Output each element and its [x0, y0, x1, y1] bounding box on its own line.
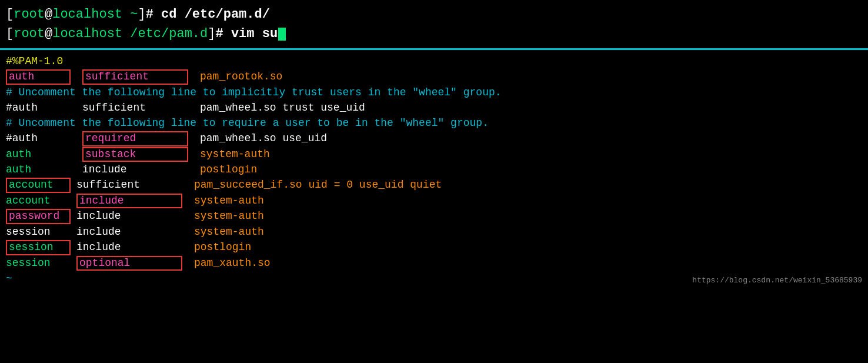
- keyword-substack: substack: [82, 147, 188, 162]
- vim-line-header: #%PAM-1.0: [6, 54, 862, 69]
- keyword-auth-3: auth: [6, 162, 71, 177]
- keyword-optional: optional: [76, 256, 182, 271]
- keyword-auth-1: auth: [6, 69, 71, 85]
- keyword-include-1: include: [82, 162, 188, 177]
- module-5: postlogin: [200, 162, 257, 177]
- keyword-sufficient-1: sufficient: [82, 69, 188, 85]
- bracket-close-2: ]: [208, 24, 215, 44]
- vim-line-comment-1: # Uncomment the following line to implic…: [6, 85, 862, 100]
- module-8: system-auth: [194, 208, 264, 224]
- terminal-line-2: [root@localhost /etc/pam.d] # vim su: [6, 24, 862, 44]
- module-11: pam_xauth.so: [194, 255, 271, 271]
- bracket-open-1: [: [6, 5, 14, 24]
- keyword-account-1: account: [6, 178, 71, 193]
- keyword-session-3: session: [6, 255, 71, 271]
- module-3: pam_wheel.so use_uid: [200, 131, 327, 146]
- vim-line-5: #auth required pam_wheel.so use_uid: [6, 131, 862, 146]
- top-terminal: [root@localhost ~] # cd /etc/pam.d/ [roo…: [0, 0, 868, 50]
- module-9: system-auth: [194, 224, 264, 239]
- comment-2: # Uncomment the following line to requir…: [6, 115, 489, 131]
- vim-line-13: session optional pam_xauth.so: [6, 255, 862, 271]
- cmd-2: # vim su: [215, 24, 278, 44]
- vim-editor: #%PAM-1.0 auth sufficient pam_rootok.so …: [0, 50, 868, 288]
- bracket-close-1: ]: [138, 5, 145, 24]
- keyword-required: required: [82, 131, 188, 146]
- vim-line-3: #auth sufficient pam_wheel.so trust use_…: [6, 100, 862, 115]
- prompt-user-1: root: [14, 5, 45, 24]
- keyword-include-5: include: [76, 239, 182, 255]
- prompt-host-1: localhost: [52, 5, 122, 24]
- vim-line-10: password include system-auth: [6, 208, 862, 224]
- tilde: ~: [6, 271, 12, 286]
- terminal-cursor: [278, 28, 286, 41]
- terminal-line-1: [root@localhost ~] # cd /etc/pam.d/: [6, 5, 862, 24]
- vim-line-8: account sufficient pam_succeed_if.so uid…: [6, 177, 862, 193]
- keyword-sufficient-2: sufficient: [82, 100, 188, 115]
- vim-line-7: auth include postlogin: [6, 162, 862, 177]
- keyword-session-2: session: [6, 240, 71, 255]
- comment-1: # Uncomment the following line to implic…: [6, 85, 502, 100]
- prompt-path-1: ~: [130, 5, 138, 24]
- vim-header: #%PAM-1.0: [6, 54, 63, 69]
- bracket-open-2: [: [6, 24, 14, 44]
- vim-line-6: auth substack system-auth: [6, 146, 862, 162]
- vim-line-11: session include system-auth: [6, 224, 862, 239]
- module-1: pam_rootok.so: [200, 69, 282, 84]
- keyword-auth-2: auth: [6, 146, 71, 162]
- module-7: system-auth: [194, 193, 264, 208]
- keyword-account-2: account: [6, 193, 71, 208]
- vim-line-12: session include postlogin: [6, 239, 862, 255]
- prompt-path-2: /etc/pam.d: [130, 24, 208, 44]
- vim-line-1: auth sufficient pam_rootok.so: [6, 69, 862, 85]
- module-10: postlogin: [194, 239, 251, 255]
- keyword-auth-commented-2: #auth: [6, 131, 71, 146]
- vim-line-9: account include system-auth: [6, 193, 862, 209]
- module-6: pam_succeed_if.so uid = 0 use_uid quiet: [194, 177, 442, 192]
- vim-line-comment-2: # Uncomment the following line to requir…: [6, 115, 862, 131]
- keyword-include-3: include: [76, 208, 182, 224]
- module-4: system-auth: [200, 146, 270, 162]
- module-2: pam_wheel.so trust use_uid: [200, 100, 365, 115]
- keyword-include-2: include: [76, 194, 182, 209]
- cmd-1: # cd /etc/pam.d/: [146, 5, 270, 24]
- keyword-auth-commented-1: #auth: [6, 100, 71, 115]
- watermark: https://blog.csdn.net/weixin_53685939: [692, 275, 862, 287]
- prompt-user-2: root: [14, 24, 45, 44]
- keyword-session-1: session: [6, 224, 71, 239]
- keyword-include-4: include: [76, 224, 182, 239]
- keyword-sufficient-3: sufficient: [76, 177, 182, 192]
- keyword-password: password: [6, 209, 71, 224]
- prompt-host-2: localhost: [52, 24, 122, 44]
